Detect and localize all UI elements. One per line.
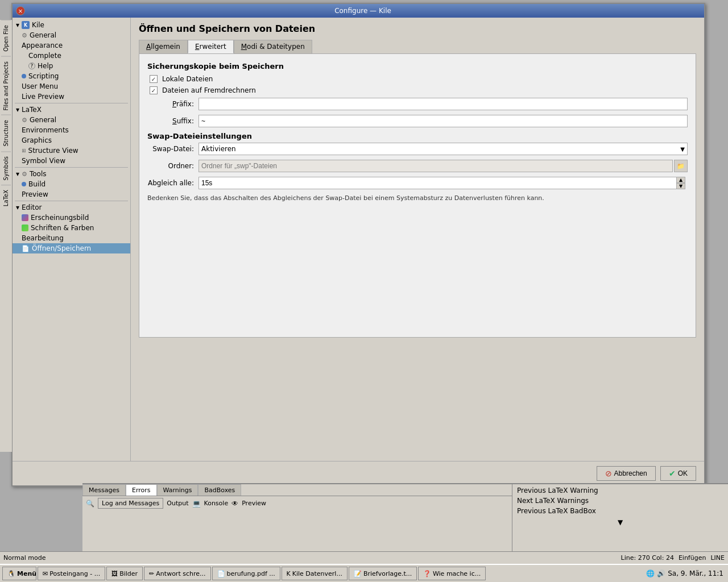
fremde-rechner-checkbox[interactable]: ✓ <box>150 86 158 94</box>
status-line-mode: LINE <box>710 554 725 562</box>
sidebar-item-erscheinungsbild[interactable]: Erscheinungsbild <box>13 213 130 223</box>
sidebar-item-label: Appearance <box>22 41 63 49</box>
sidebar-item-help[interactable]: ? Help <box>13 61 130 71</box>
sidebar-item-latex[interactable]: ▾ LaTeX <box>13 105 130 115</box>
preview-label[interactable]: Preview <box>242 500 266 507</box>
folder-browse-button[interactable]: 📁 <box>674 160 688 172</box>
sidebar-item-graphics[interactable]: Graphics <box>13 135 130 146</box>
next-latex-warnings[interactable]: Next LaTeX Warnings <box>514 496 727 506</box>
taskbar-label: Wie mache ic... <box>433 570 481 577</box>
struct-icon: ⊞ <box>22 148 26 153</box>
sidebar-item-appearance[interactable]: Appearance <box>13 40 130 51</box>
taskbar-item-bilder[interactable]: 🖼 Bilder <box>106 567 143 580</box>
sidebar-item-general-latex[interactable]: ⚙ General <box>13 115 130 125</box>
sidebar-item-label: Graphics <box>22 136 52 144</box>
ordner-input[interactable] <box>198 160 673 172</box>
log-icon: 🔍 <box>86 500 94 508</box>
script-icon <box>22 74 26 78</box>
sidebar-item-label: Tools <box>30 170 47 178</box>
sidebar-item-label: Symbol View <box>22 157 65 165</box>
tab-bar: Allgemein Erweitert Modi & Dateitypen <box>139 40 696 53</box>
swap-datei-value: Aktivieren <box>201 145 680 153</box>
swap-datei-select[interactable]: Aktivieren ▼ <box>198 143 688 155</box>
abgleich-input[interactable] <box>198 177 676 189</box>
tab-modi-dateitypen[interactable]: Modi & Dateitypen <box>234 40 312 53</box>
sidebar-item-tools[interactable]: ▾ ⚙ Tools <box>13 169 130 179</box>
prev-latex-warning[interactable]: Previous LaTeX Warning <box>514 485 727 496</box>
sidebar-item-general-kile[interactable]: ⚙ General <box>13 30 130 40</box>
sidebar-item-environments[interactable]: Environments <box>13 125 130 135</box>
cancel-button[interactable]: ⊘ Abbrechen <box>597 466 656 481</box>
prev-latex-badbox[interactable]: Previous LaTeX BadBox <box>514 506 727 516</box>
sidebar-item-user-menu[interactable]: User Menu <box>13 81 130 92</box>
tab-allgemein[interactable]: Allgemein <box>139 40 188 53</box>
sidebar-item-symbol-view[interactable]: Symbol View <box>13 156 130 166</box>
dialog-body: ▾ K Kile ⚙ General Appearance Complete ?… <box>13 18 704 461</box>
sidebar-item-live-preview[interactable]: Live Preview <box>13 92 130 102</box>
color-blue-icon <box>22 214 28 221</box>
dialog-title: Configure — Kile <box>25 7 701 15</box>
vertical-tab-bar: Open File Files and Projects Structure S… <box>0 20 13 452</box>
status-position: Line: 270 Col: 24 <box>621 554 674 562</box>
sidebar-item-label: Bearbeitung <box>22 234 64 242</box>
image-icon: 🖼 <box>111 570 118 577</box>
sidebar-item-kile[interactable]: ▾ K Kile <box>13 20 130 30</box>
sidebar-item-label: Help <box>38 62 53 70</box>
close-button[interactable]: × <box>16 6 25 15</box>
log-messages-button[interactable]: Log and Messages <box>98 498 163 509</box>
preview-icon: 👁 <box>231 500 238 508</box>
gear-icon: ⚙ <box>22 32 27 39</box>
panel-chevron: ▼ <box>514 518 727 526</box>
taskbar-item-kile-daten[interactable]: K Kile Datenverl... <box>282 567 348 580</box>
vtab-open-file[interactable]: Open File <box>1 20 11 56</box>
output-label[interactable]: Output <box>167 500 188 507</box>
taskbar-label: Bilder <box>119 570 138 577</box>
sidebar-item-offnen-speichern[interactable]: 📄 Öffnen/Speichern <box>13 243 130 253</box>
log-tab-badboxes[interactable]: BadBoxes <box>198 484 241 496</box>
taskbar-item-antwort[interactable]: ✏ Antwort schre... <box>144 567 210 580</box>
status-mode-label: Einfügen <box>679 554 706 562</box>
sidebar-item-editor[interactable]: ▾ Editor <box>13 202 130 213</box>
sidebar-item-label: Build <box>28 180 46 188</box>
lokale-dateien-label: Lokale Dateien <box>162 75 213 83</box>
spinner-up-button[interactable]: ▲ <box>676 177 685 183</box>
vtab-structure[interactable]: Structure <box>1 115 11 151</box>
taskbar-item-berufung[interactable]: 📄 berufung.pdf ... <box>212 567 280 580</box>
sidebar-item-complete[interactable]: Complete <box>13 51 130 61</box>
sidebar-item-preview[interactable]: Preview <box>13 189 130 199</box>
praefix-row: Präfix: <box>147 98 688 110</box>
praefix-input[interactable] <box>198 98 688 110</box>
lokale-dateien-checkbox[interactable]: ✓ <box>150 75 158 83</box>
vtab-files-projects[interactable]: Files and Projects <box>1 56 11 115</box>
sidebar-separator-1 <box>15 103 128 103</box>
sidebar-item-structure-view[interactable]: ⊞ Structure View <box>13 146 130 156</box>
vtab-latex[interactable]: LaTeX <box>1 185 11 211</box>
log-tab-messages[interactable]: Messages <box>82 484 126 496</box>
menu-icon: 🐧 <box>7 570 15 577</box>
sidebar-item-label: General <box>30 116 56 124</box>
taskbar-item-briefvorlage[interactable]: 📝 Briefvorlage.t... <box>349 567 417 580</box>
ok-button[interactable]: ✔ OK <box>660 466 696 481</box>
dropdown-arrow-icon: ▼ <box>680 146 685 152</box>
sidebar-item-bearbeitung[interactable]: Bearbeitung <box>13 233 130 243</box>
sidebar-item-label: Live Preview <box>22 93 64 101</box>
log-tab-warnings[interactable]: Warnings <box>157 484 198 496</box>
sidebar-item-schriften-farben[interactable]: Schriften & Farben <box>13 223 130 233</box>
tab-erweitert[interactable]: Erweitert <box>188 40 234 53</box>
right-panel: Previous LaTeX Warning Next LaTeX Warnin… <box>512 484 728 551</box>
sidebar-item-build[interactable]: Build <box>13 179 130 189</box>
konsole-label[interactable]: Konsole <box>204 500 229 507</box>
suffix-input[interactable] <box>198 115 688 127</box>
log-tab-errors[interactable]: Errors <box>126 484 157 496</box>
taskbar-item-wie-mache[interactable]: ❓ Wie mache ic... <box>418 567 486 580</box>
menu-button[interactable]: 🐧 Menü <box>2 567 36 580</box>
abgleich-label: Abgleich alle: <box>147 179 198 187</box>
sidebar-item-label: Complete <box>28 52 61 60</box>
spinner-down-button[interactable]: ▼ <box>676 183 685 189</box>
taskbar-item-posteingang[interactable]: ✉ Posteingang - ... <box>38 567 105 580</box>
sidebar-item-scripting[interactable]: Scripting <box>13 71 130 81</box>
taskbar-label: Kile Datenverl... <box>292 570 342 577</box>
latex-arrow: ▾ <box>16 106 19 114</box>
vtab-symbols[interactable]: Symbols <box>1 151 11 185</box>
configure-dialog: × Configure — Kile ▾ K Kile ⚙ General Ap… <box>11 3 705 487</box>
